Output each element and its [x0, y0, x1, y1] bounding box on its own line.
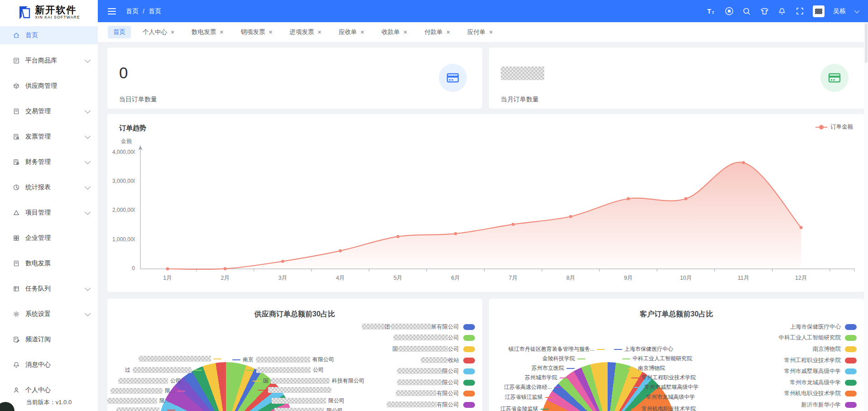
- label-line: [622, 358, 630, 359]
- tab-销项发票[interactable]: 销项发票×: [235, 26, 278, 38]
- legend-label: 限公司: [397, 368, 460, 375]
- censored-text: [256, 367, 311, 373]
- legend-label: 有限公司: [387, 401, 459, 409]
- label-text: 中科工业人工智能研究院: [633, 355, 692, 363]
- tab-付款单[interactable]: 付款单×: [419, 26, 456, 38]
- legend-label: 国公司: [393, 345, 460, 353]
- legend-item-order-amount[interactable]: 订单金额: [815, 123, 853, 131]
- sidebar-item-消息中心[interactable]: 消息中心: [0, 356, 98, 374]
- sidebar-item-任务队列[interactable]: 任务队列: [0, 280, 98, 298]
- stat-value: 0: [119, 64, 128, 82]
- censored-text: [271, 378, 330, 384]
- credit-card-icon: [820, 64, 849, 92]
- pie-label: 限...: [107, 397, 180, 405]
- docsearch-icon: [13, 133, 20, 140]
- sidebar-item-数电发票[interactable]: 数电发票: [0, 254, 98, 272]
- stat-value-censored: [501, 64, 544, 83]
- close-icon[interactable]: ×: [318, 29, 321, 35]
- sidebar-item-频道订阅[interactable]: 频道订阅: [0, 330, 98, 349]
- username[interactable]: 吴栋: [833, 7, 846, 15]
- menu-toggle-icon[interactable]: [108, 8, 116, 14]
- legend-swatch: [463, 324, 475, 330]
- tab-进项发票[interactable]: 进项发票×: [284, 26, 327, 38]
- theme-icon[interactable]: [760, 7, 769, 16]
- scrollbar-thumb[interactable]: [865, 23, 868, 63]
- sidebar-item-财务管理[interactable]: 财务管理: [0, 153, 98, 171]
- tab-应付单[interactable]: 应付单×: [462, 26, 499, 38]
- top-header: 首页 / 首页 TT 吴栋: [98, 0, 868, 22]
- search-icon[interactable]: [742, 7, 751, 16]
- sidebar-item-发票管理[interactable]: 发票管理: [0, 128, 98, 146]
- close-icon[interactable]: ×: [360, 29, 364, 35]
- sidebar-item-首页[interactable]: 首页: [0, 26, 98, 44]
- avatar[interactable]: [813, 5, 825, 17]
- legend-item[interactable]: 常州市戚墅堰高级中学: [779, 366, 857, 377]
- legend-item[interactable]: 常州工程职业技术学院: [779, 355, 857, 366]
- sidebar-item-交易管理[interactable]: 交易管理: [0, 102, 98, 120]
- legend-item[interactable]: 新沂市新华小学: [779, 399, 857, 411]
- stat-label: 当月订单数量: [501, 96, 539, 104]
- notification-icon[interactable]: [777, 7, 786, 16]
- sidebar-item-供应商管理[interactable]: 供应商管理: [0, 77, 98, 95]
- label-line: [560, 378, 568, 378]
- label-text: 镇江市丹徒区教育装备管理与服务...: [508, 345, 595, 353]
- sidebar-item-项目管理[interactable]: 项目管理: [0, 204, 98, 222]
- legend-item[interactable]: 有限公司: [362, 388, 475, 400]
- legend-item[interactable]: 常州市龙城高级中学: [779, 377, 857, 388]
- censored-text: [139, 356, 211, 362]
- tab-个人中心[interactable]: 个人中心×: [137, 26, 180, 38]
- tab-收款单[interactable]: 收款单×: [376, 26, 412, 38]
- fullscreen-icon[interactable]: [795, 7, 804, 16]
- legend-label: 常州机电职业技术学院: [784, 390, 841, 397]
- close-icon[interactable]: ×: [220, 29, 223, 35]
- legend-item[interactable]: 团展有限公司: [362, 321, 475, 333]
- svg-text:4月: 4月: [336, 275, 345, 281]
- pie-label: 南京有限公司: [232, 356, 334, 363]
- tab-应收单[interactable]: 应收单×: [333, 26, 370, 38]
- legend-item[interactable]: 国公司: [362, 344, 475, 355]
- pie-legend: 团展有限公司公司国公司收站限公司限公司有限公司有限公司无锡市电子科技有限公司: [362, 321, 475, 411]
- sidebar-item-label: 财务管理: [25, 158, 85, 166]
- close-icon[interactable]: ×: [403, 29, 407, 35]
- censored-text: [268, 387, 331, 393]
- sidebar-item-统计报表[interactable]: 统计报表: [0, 178, 98, 196]
- sidebar-item-label: 个人中心: [25, 386, 89, 394]
- breadcrumb-item[interactable]: 首页: [126, 7, 139, 15]
- legend-swatch: [845, 324, 857, 330]
- close-icon[interactable]: ×: [171, 29, 174, 35]
- font-size-icon[interactable]: TT: [707, 7, 716, 16]
- legend-label: 常州市戚墅堰高级中学: [784, 368, 841, 375]
- label-line: [253, 381, 261, 382]
- legend-item[interactable]: 公司: [362, 333, 475, 344]
- sidebar-item-系统设置[interactable]: 系统设置: [0, 305, 98, 323]
- person-icon: [13, 387, 20, 394]
- label-text: 中科工业人工智能研究院: [779, 335, 841, 341]
- legend-label: 限公司: [397, 379, 460, 387]
- sidebar-item-个人中心[interactable]: 个人中心: [0, 381, 98, 399]
- legend-item[interactable]: 限公司: [362, 366, 475, 377]
- tab-数电发票[interactable]: 数电发票×: [186, 26, 229, 38]
- close-icon[interactable]: ×: [269, 29, 272, 35]
- breadcrumb-item[interactable]: 首页: [149, 7, 161, 15]
- language-icon[interactable]: [724, 7, 734, 16]
- scrollbar[interactable]: [864, 22, 868, 411]
- legend-item[interactable]: 南京博物院: [779, 344, 857, 355]
- chevron-down-icon[interactable]: [854, 8, 859, 13]
- legend-item[interactable]: 上海市保健医疗中心: [779, 321, 857, 333]
- label-line: [232, 359, 240, 360]
- close-icon[interactable]: ×: [489, 29, 493, 35]
- tab-首页[interactable]: 首页: [108, 26, 131, 38]
- label-line: [541, 409, 549, 410]
- pie-label: 限公司: [264, 407, 343, 411]
- legend-item[interactable]: 限公司: [362, 377, 475, 388]
- sidebar-item-平台商品库[interactable]: 平台商品库: [0, 52, 98, 70]
- pie-label: 江苏省镇江监狱: [505, 393, 553, 401]
- legend-item[interactable]: 常州机电职业技术学院: [779, 388, 857, 400]
- sidebar-item-企业管理[interactable]: 企业管理: [0, 229, 98, 247]
- legend-item[interactable]: 有限公司: [362, 399, 475, 411]
- pie-label: 镇江市丹徒区教育装备管理与服务...: [508, 345, 605, 353]
- legend-item[interactable]: 中科工业人工智能研究院: [779, 333, 857, 344]
- close-icon[interactable]: ×: [446, 29, 450, 35]
- label-text: 公司: [448, 335, 459, 341]
- legend-item[interactable]: 收站: [362, 355, 475, 366]
